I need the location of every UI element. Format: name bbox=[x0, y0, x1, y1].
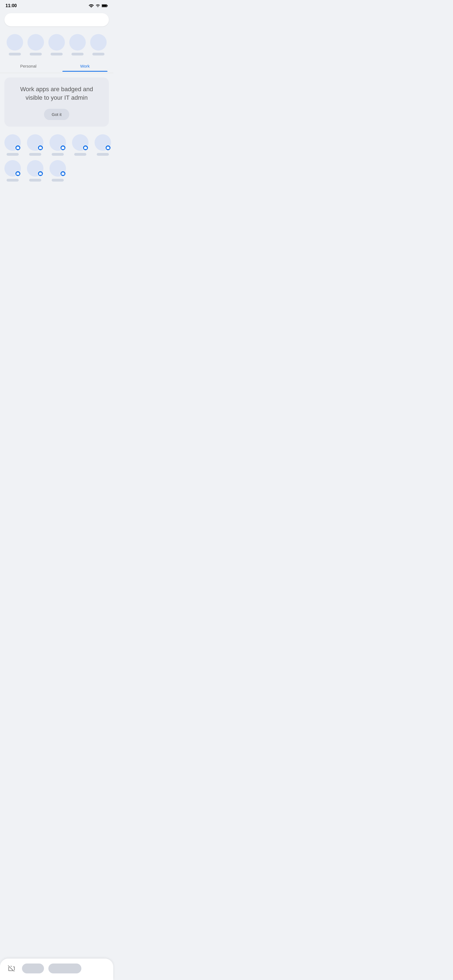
work-app-item[interactable] bbox=[27, 134, 43, 156]
work-app-item[interactable] bbox=[49, 160, 66, 181]
work-badge bbox=[105, 145, 111, 151]
briefcase-icon bbox=[106, 146, 110, 150]
work-app-label bbox=[74, 153, 86, 156]
work-badge bbox=[37, 170, 43, 177]
briefcase-icon bbox=[84, 146, 87, 150]
work-app-label bbox=[52, 153, 64, 156]
app-label-skeleton bbox=[72, 53, 84, 56]
work-app-icon-wrapper bbox=[49, 134, 66, 151]
work-apps-row-2 bbox=[5, 160, 109, 181]
app-skeleton-4 bbox=[69, 34, 86, 56]
search-bar-container bbox=[0, 10, 113, 31]
status-bar: 11:00 bbox=[0, 0, 113, 10]
work-badge bbox=[15, 170, 21, 177]
app-label-skeleton bbox=[9, 53, 21, 56]
work-app-label bbox=[52, 179, 64, 181]
briefcase-icon bbox=[39, 146, 42, 150]
work-app-item[interactable] bbox=[94, 134, 111, 156]
app-skeleton-1 bbox=[6, 34, 23, 56]
app-label-skeleton bbox=[51, 53, 63, 56]
app-skeleton-3 bbox=[48, 34, 65, 56]
app-label-skeleton bbox=[93, 53, 104, 56]
work-app-icon-wrapper bbox=[94, 134, 111, 151]
work-app-item[interactable] bbox=[72, 134, 89, 156]
got-it-button[interactable]: Got it bbox=[44, 109, 69, 120]
app-skeleton-5 bbox=[90, 34, 107, 56]
svg-rect-1 bbox=[107, 5, 107, 6]
app-icon-skeleton bbox=[6, 34, 23, 51]
work-app-label bbox=[29, 153, 41, 156]
work-app-icon-wrapper bbox=[27, 134, 43, 151]
briefcase-icon bbox=[39, 172, 42, 175]
work-app-item[interactable] bbox=[5, 160, 21, 181]
work-app-label bbox=[29, 179, 41, 181]
work-app-item[interactable] bbox=[49, 134, 66, 156]
battery-icon bbox=[102, 4, 108, 8]
app-label-skeleton bbox=[30, 53, 42, 56]
status-icons bbox=[89, 3, 108, 8]
work-apps-section bbox=[0, 132, 113, 190]
svg-rect-2 bbox=[102, 5, 107, 6]
work-app-label bbox=[6, 179, 19, 181]
work-app-icon-wrapper bbox=[5, 134, 21, 151]
work-badge bbox=[83, 145, 89, 151]
work-app-icon-wrapper bbox=[27, 160, 43, 177]
work-app-label bbox=[6, 153, 19, 156]
work-app-icon-wrapper bbox=[5, 160, 21, 177]
work-app-item[interactable] bbox=[5, 134, 21, 156]
work-badge bbox=[37, 145, 43, 151]
app-icon-skeleton bbox=[27, 34, 44, 51]
search-bar[interactable] bbox=[5, 13, 109, 26]
briefcase-icon bbox=[16, 172, 19, 175]
briefcase-icon bbox=[61, 172, 65, 175]
tabs-container: Personal Work bbox=[0, 60, 113, 72]
tab-personal[interactable]: Personal bbox=[0, 60, 57, 72]
work-badge bbox=[15, 145, 21, 151]
status-time: 11:00 bbox=[5, 3, 17, 8]
app-icon-skeleton bbox=[48, 34, 65, 51]
work-app-item[interactable] bbox=[27, 160, 43, 181]
signal-icon bbox=[96, 3, 100, 8]
tab-work[interactable]: Work bbox=[57, 60, 113, 72]
work-badge bbox=[60, 170, 66, 177]
work-badge bbox=[60, 145, 66, 151]
app-skeleton-2 bbox=[27, 34, 44, 56]
work-app-icon-wrapper bbox=[72, 134, 89, 151]
app-icon-skeleton bbox=[90, 34, 107, 51]
work-app-label bbox=[97, 153, 109, 156]
briefcase-icon bbox=[61, 146, 65, 150]
work-apps-row-1 bbox=[5, 134, 109, 156]
briefcase-icon bbox=[16, 146, 19, 150]
app-icon-skeleton bbox=[69, 34, 86, 51]
info-card-text: Work apps are badged and visible to your… bbox=[11, 85, 102, 102]
tab-divider bbox=[0, 73, 113, 73]
info-card: Work apps are badged and visible to your… bbox=[5, 78, 109, 127]
app-grid-skeleton-top bbox=[0, 31, 113, 60]
work-app-icon-wrapper bbox=[49, 160, 66, 177]
wifi-icon bbox=[89, 3, 94, 8]
